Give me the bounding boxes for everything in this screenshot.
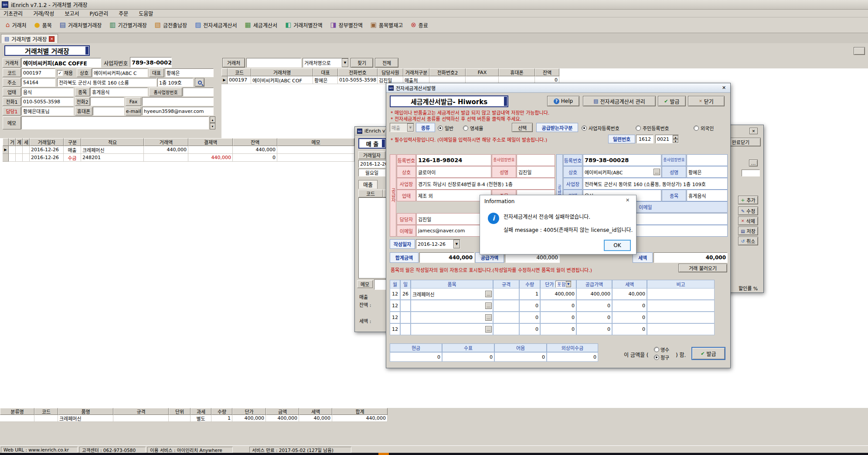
bottom-cell-unit[interactable] [169,415,191,422]
payment-check-field[interactable]: 0 [442,352,494,362]
issue-bottom-button[interactable]: ✔발급 [691,347,725,360]
supplier-addr-field[interactable]: 경기도 하남시 신장로48번길 8-4 (천현동) 1층 [416,178,555,190]
item-lookup-icon[interactable]: … [485,291,492,297]
txn-cell-memo[interactable] [277,146,354,154]
item-cell-price[interactable]: 0 [540,323,576,335]
load-transactions-button[interactable]: 거래 불러오기 [678,264,727,272]
cancel-button[interactable]: ↺취소 [738,237,758,245]
serial-spinner[interactable]: ▲▼ [673,135,678,143]
txn-cell[interactable] [9,146,16,154]
toolbar-button-period-ledger[interactable]: ▥기간별거래장 [106,19,150,32]
item-lookup-icon[interactable]: … [485,314,492,321]
txn-cell[interactable] [23,146,30,154]
manage-etax-button[interactable]: ▤전자세금계산서 관리 [583,96,656,106]
zip-field[interactable]: 54164 [21,78,55,87]
txn-cell-type[interactable]: 매출 [64,146,81,154]
item-cell-month[interactable]: 12 [390,288,400,300]
address2-field[interactable]: 1층 109호 [157,78,193,87]
bottom-cell-price[interactable]: 400,000 [232,415,266,422]
menu-basic[interactable]: 기초관리 [3,10,23,17]
search-find-button[interactable]: 찾기 [351,58,373,68]
buyer-subno-field[interactable] [687,154,728,166]
item-lookup-icon[interactable]: … [485,326,492,333]
item-cell-day[interactable]: 26 [400,288,411,300]
search-customer-button[interactable]: 거래처 [222,58,245,68]
item-lookup-icon[interactable]: … [485,302,492,309]
menu-pg[interactable]: P/G관리 [90,10,109,17]
item-cell-spec[interactable] [493,300,519,312]
sales-tab[interactable]: 매출 [358,180,378,189]
toolbar-button-customer-balance[interactable]: ◧거래처별잔액 [281,19,326,32]
toolbar-button-book-balance[interactable]: ◨장부별잔액 [326,19,366,32]
item-cell-price[interactable]: 0 [540,300,576,312]
item-cell-price[interactable]: 400,000 [540,288,576,300]
lookup-icon[interactable]: … [654,169,660,175]
kind-normal-option[interactable]: 일반 [438,125,453,132]
txn-cell[interactable] [16,154,23,162]
bottom-cell-name[interactable]: 크레페머신 [58,415,113,422]
txn-cell-type[interactable]: 수금 [64,154,81,162]
scroll-down-icon[interactable]: ▼ [210,123,215,129]
toolbar-button-items[interactable]: ●품목 [31,19,56,32]
trade-name-field[interactable]: 에이비씨커피(ABC C [92,68,148,77]
receipt-option[interactable]: 영수 [654,346,669,353]
menu-order[interactable]: 주문 [119,10,128,17]
ok-button[interactable]: OK [604,240,631,251]
biz-item-field[interactable]: 휴게음식 [90,88,148,96]
buyer-regno-field[interactable]: 789-38-00028 [583,154,661,166]
txn-cell-memo[interactable] [277,154,354,162]
bottom-cell-spec[interactable] [113,415,169,422]
item-cell-note[interactable] [647,312,715,323]
bottom-cell-tax[interactable]: 40,000 [299,415,332,422]
spin-down-icon[interactable]: ▼ [673,139,678,143]
toolbar-button-customer-ledger[interactable]: ▤거래처별거래장 [56,19,106,32]
claim-option[interactable]: 청구 [654,354,669,361]
txn-cell[interactable] [16,146,23,154]
memo-field[interactable] [21,116,209,129]
etax-dialog-titlebar[interactable]: ien 전자세금계산서발행 ✕ [386,83,730,93]
item-cell-month[interactable]: 12 [390,300,400,312]
radio-biz-reg-no[interactable] [582,126,587,131]
txn-cell-amount[interactable] [144,154,188,162]
use-checkbox-group[interactable]: ✓ 채용 [57,68,73,77]
buyer-kind-resident-option[interactable]: 주민등록번호 [636,125,669,132]
chevron-down-icon[interactable]: ▼ [566,281,571,287]
address1-field[interactable]: 전라북도 군산시 동아로 160 (소룡 [57,78,157,87]
buyer-trade-field[interactable]: 에이비씨커피(ABC … [583,166,661,178]
item-cell-note[interactable] [647,288,715,300]
window-titlebar[interactable]: ien iEnrich v7.1.2 - 거래처별 거래장 [0,0,868,10]
fax-field[interactable] [142,97,214,106]
item-cell-day[interactable] [400,300,411,312]
item-cell-supply[interactable]: 0 [576,323,612,335]
select-button[interactable]: 선택 [512,123,533,132]
txn-cell-paid[interactable] [188,146,233,154]
tab-close-icon[interactable]: ✕ [49,36,54,42]
address-search-button[interactable] [195,78,204,87]
item-cell-tax[interactable]: 0 [612,300,647,312]
item-cell-tax[interactable]: 0 [612,312,647,323]
biz-no-field[interactable]: 789-38-00028 [130,57,172,68]
mdi-control-button[interactable] [854,47,865,55]
bottom-cell-qty[interactable]: 1 [211,415,232,422]
scroll-up-icon[interactable]: ▲ [210,116,215,123]
toolbar-button-etax-invoice[interactable]: ▨전자세금계산서 [191,19,241,32]
txn-cell-paid[interactable]: 440,000 [188,154,233,162]
txn-cell-amount[interactable]: 440,000 [144,146,188,154]
item-cell-note[interactable] [647,300,715,312]
tab-customer-ledger[interactable]: ▤ 거래처별 거래장 ✕ [1,34,58,43]
menu-transaction[interactable]: 거래/작성 [33,10,54,17]
customer-name-field[interactable]: 에이비씨커피(ABC COFFE [21,58,101,68]
issue-button[interactable]: ✔발급 [658,96,686,106]
save-button[interactable]: ▤저장 [738,227,758,235]
chevron-down-icon[interactable]: ▼ [453,240,460,248]
item-cell-supply[interactable]: 0 [576,312,612,323]
item-cell-note[interactable] [647,323,715,335]
item-cell-spec[interactable] [493,312,519,323]
item-cell-day[interactable] [400,323,411,335]
spin-up-icon[interactable]: ▲ [673,135,678,139]
item-cell-name[interactable]: … [411,300,493,312]
item-cell-tax[interactable]: 0 [612,323,647,335]
search-cell-ceo[interactable]: 황혜은 [313,76,338,84]
item-cell-qty[interactable]: 1 [519,288,540,300]
supplier-trade-field[interactable]: 글로아이 [416,166,491,178]
